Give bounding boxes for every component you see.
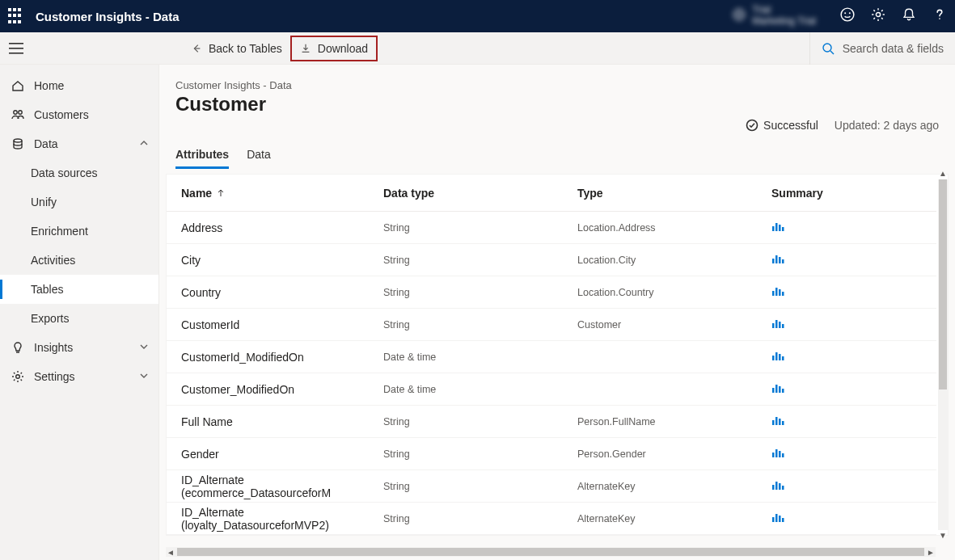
help-icon[interactable] <box>932 7 947 25</box>
col-summary[interactable]: Summary <box>771 187 922 200</box>
scroll-up-icon[interactable]: ▲ <box>939 170 947 178</box>
customers-icon <box>11 108 24 121</box>
nav-tables[interactable]: Tables <box>0 275 158 304</box>
svg-point-12 <box>16 375 20 379</box>
app-launcher-icon[interactable] <box>8 8 24 24</box>
svg-rect-16 <box>779 225 781 231</box>
svg-rect-42 <box>772 453 775 457</box>
svg-rect-32 <box>779 354 781 360</box>
summary-chart-icon[interactable] <box>771 383 922 395</box>
cell-datatype: String <box>383 319 577 331</box>
svg-rect-26 <box>772 323 775 328</box>
table-row[interactable]: GenderStringPerson.Gender <box>167 438 936 470</box>
summary-chart-icon[interactable] <box>771 351 922 363</box>
cell-name: Full Name <box>181 415 383 428</box>
scroll-left-icon[interactable]: ◄ <box>166 548 175 557</box>
svg-rect-40 <box>779 419 781 425</box>
table-row[interactable]: CountryStringLocation.Country <box>167 276 936 309</box>
nav-home[interactable]: Home <box>0 71 158 100</box>
col-type[interactable]: Type <box>577 187 771 200</box>
nav-settings[interactable]: Settings <box>0 362 158 391</box>
col-name[interactable]: Name <box>181 187 383 200</box>
svg-rect-49 <box>782 486 784 490</box>
table-row[interactable]: AddressStringLocation.Address <box>167 212 936 244</box>
summary-chart-icon[interactable] <box>771 254 922 266</box>
gear-icon[interactable] <box>871 7 885 25</box>
nav-data[interactable]: Data <box>0 129 158 158</box>
horizontal-scroll-thumb[interactable] <box>177 548 924 556</box>
svg-rect-31 <box>775 352 778 360</box>
nav-exports[interactable]: Exports <box>0 304 158 333</box>
status-label: Successful <box>763 119 818 132</box>
svg-rect-38 <box>772 420 775 425</box>
svg-rect-6 <box>9 48 23 49</box>
bell-icon[interactable] <box>902 7 916 25</box>
svg-rect-22 <box>772 291 775 296</box>
nav-data-sources[interactable]: Data sources <box>0 158 158 187</box>
svg-point-10 <box>19 111 22 114</box>
cell-type: Location.Country <box>577 287 771 298</box>
vertical-scroll-thumb[interactable] <box>939 179 947 389</box>
status-badge: Successful <box>746 119 818 132</box>
scroll-right-icon[interactable]: ► <box>926 548 936 557</box>
table-row[interactable]: Full NameStringPerson.FullName <box>167 406 936 438</box>
data-icon <box>11 137 24 150</box>
summary-chart-icon[interactable] <box>771 512 922 524</box>
summary-chart-icon[interactable] <box>771 221 922 234</box>
tab-data[interactable]: Data <box>247 143 271 169</box>
svg-rect-15 <box>775 223 778 231</box>
table-row[interactable]: CustomerIdStringCustomer <box>167 309 936 341</box>
nav-insights[interactable]: Insights <box>0 333 158 362</box>
svg-point-8 <box>823 44 831 52</box>
tab-attributes[interactable]: Attributes <box>175 143 229 169</box>
svg-rect-35 <box>775 385 778 393</box>
summary-chart-icon[interactable] <box>771 448 922 460</box>
summary-chart-icon[interactable] <box>771 318 922 331</box>
svg-rect-20 <box>779 257 781 263</box>
cell-type: Customer <box>577 319 771 331</box>
cell-datatype: String <box>383 448 577 460</box>
attributes-table: Name Data type Type Summary AddressStrin… <box>166 174 949 536</box>
nav-unify[interactable]: Unify <box>0 187 158 217</box>
sidebar: Home Customers Data Data sources Unify E… <box>0 65 159 560</box>
svg-point-3 <box>849 12 851 14</box>
svg-rect-36 <box>779 386 781 393</box>
scroll-down-icon[interactable]: ▼ <box>939 532 947 540</box>
back-to-tables-button[interactable]: Back to Tables <box>183 32 290 65</box>
nav-enrichment[interactable]: Enrichment <box>0 217 158 246</box>
svg-rect-45 <box>782 453 784 457</box>
cell-type: Person.FullName <box>577 416 771 427</box>
svg-rect-41 <box>782 421 784 425</box>
download-button[interactable]: Download <box>290 36 378 61</box>
svg-rect-50 <box>772 517 775 522</box>
svg-rect-30 <box>772 356 775 360</box>
insights-icon <box>11 341 24 354</box>
table-row[interactable]: ID_Alternate (loyalty_DatasourceforMVP2)… <box>167 503 936 535</box>
cell-name: ID_Alternate (ecommerce_DatasourceforM <box>181 474 383 499</box>
search-button[interactable]: Search data & fields <box>809 32 955 65</box>
nav-customers[interactable]: Customers <box>0 100 158 129</box>
svg-rect-39 <box>775 417 778 425</box>
summary-chart-icon[interactable] <box>771 480 922 492</box>
globe-icon <box>733 8 746 24</box>
chevron-down-icon <box>139 341 149 354</box>
environment-picker[interactable]: Trial Marketing Trial <box>733 5 816 27</box>
download-label: Download <box>318 42 368 55</box>
table-row[interactable]: CustomerId_ModifiedOnDate & time <box>167 341 936 373</box>
nav-collapse-button[interactable] <box>0 32 32 65</box>
svg-rect-52 <box>779 516 781 522</box>
summary-chart-icon[interactable] <box>771 415 922 427</box>
breadcrumb: Customer Insights - Data <box>175 79 939 91</box>
horizontal-scrollbar[interactable]: ◄ ► <box>166 547 936 557</box>
table-row[interactable]: Customer_ModifiedOnDate & time <box>167 373 936 406</box>
table-row[interactable]: CityStringLocation.City <box>167 244 936 276</box>
table-row[interactable]: ID_Alternate (ecommerce_DatasourceforMSt… <box>167 470 936 503</box>
svg-point-2 <box>844 12 846 14</box>
smile-feedback-icon[interactable] <box>840 7 855 25</box>
cell-name: Country <box>181 286 383 299</box>
cell-datatype: String <box>383 255 577 266</box>
summary-chart-icon[interactable] <box>771 286 922 298</box>
nav-settings-label: Settings <box>34 370 75 383</box>
nav-activities[interactable]: Activities <box>0 246 158 275</box>
col-datatype[interactable]: Data type <box>383 187 577 200</box>
